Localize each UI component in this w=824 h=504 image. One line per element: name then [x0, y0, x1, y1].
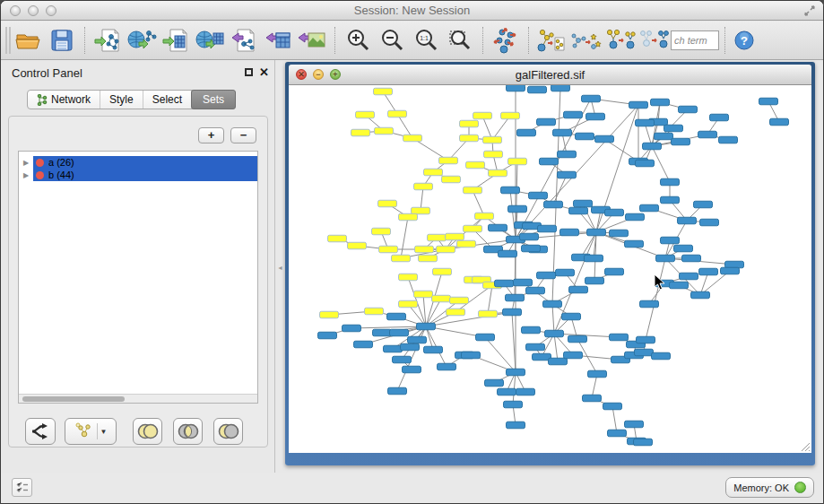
graph-node[interactable] [457, 240, 476, 248]
intersection-button[interactable] [173, 418, 203, 445]
graph-node[interactable] [356, 111, 375, 118]
resize-grip-icon[interactable] [800, 441, 811, 452]
remove-set-button[interactable]: − [230, 127, 256, 143]
window-titlebar[interactable]: Session: New Session [1, 1, 823, 21]
graph-node[interactable] [537, 118, 556, 126]
tab-select[interactable]: Select [143, 91, 192, 109]
graph-node[interactable] [517, 129, 536, 136]
new-network-selected-nodes-button[interactable] [603, 24, 637, 56]
network-canvas[interactable] [289, 85, 811, 453]
graph-node[interactable] [372, 228, 391, 235]
graph-edge[interactable] [553, 175, 567, 204]
graph-node[interactable] [725, 261, 744, 268]
graph-node[interactable] [484, 151, 503, 158]
graph-edge[interactable] [510, 190, 516, 239]
panel-splitter[interactable]: ◄ [275, 60, 285, 474]
graph-node[interactable] [489, 224, 507, 231]
graph-node[interactable] [374, 88, 393, 95]
dropdown-caret-icon[interactable]: ▼ [100, 428, 108, 436]
graph-node[interactable] [495, 280, 514, 287]
graph-node[interactable] [507, 369, 525, 376]
network-graph[interactable] [289, 85, 811, 453]
tab-network[interactable]: Network [28, 91, 100, 109]
graph-edge[interactable] [512, 312, 516, 372]
graph-node[interactable] [526, 343, 545, 351]
graph-node[interactable] [608, 430, 627, 437]
graph-node[interactable] [432, 295, 451, 302]
graph-node[interactable] [504, 401, 523, 408]
graph-node[interactable] [553, 129, 572, 136]
zoom-actual-size-button[interactable]: 1:1 [409, 24, 443, 56]
graph-node[interactable] [610, 230, 629, 237]
graph-node[interactable] [656, 255, 675, 262]
graph-node[interactable] [399, 274, 418, 281]
graph-node[interactable] [450, 297, 469, 304]
graph-node[interactable] [508, 205, 527, 213]
graph-node[interactable] [393, 356, 412, 363]
graph-edge[interactable] [488, 285, 492, 314]
graph-node[interactable] [529, 192, 548, 199]
graph-node[interactable] [403, 135, 422, 142]
graph-node[interactable] [587, 229, 606, 236]
graph-node[interactable] [522, 326, 541, 334]
graph-node[interactable] [516, 388, 535, 395]
collapse-arrow-icon[interactable]: ◄ [277, 265, 283, 271]
graph-node[interactable] [595, 135, 614, 143]
graph-node[interactable] [437, 246, 455, 253]
export-image-button[interactable] [295, 24, 329, 56]
graph-edge[interactable] [554, 334, 558, 361]
graph-node[interactable] [507, 421, 525, 429]
graph-node[interactable] [446, 233, 464, 240]
sets-list[interactable]: ▶ a (26) ▶ b (44) [18, 151, 258, 404]
graph-edge[interactable] [401, 217, 408, 258]
graph-node[interactable] [558, 151, 577, 158]
graph-node[interactable] [489, 169, 507, 177]
graph-node[interactable] [670, 282, 689, 289]
graph-node[interactable] [540, 158, 559, 165]
graph-node[interactable] [605, 209, 624, 216]
graph-node[interactable] [694, 201, 713, 208]
graph-node[interactable] [442, 176, 461, 183]
graph-node[interactable] [392, 255, 411, 262]
graph-node[interactable] [483, 136, 502, 143]
graph-node[interactable] [770, 118, 789, 126]
graph-node[interactable] [586, 113, 605, 120]
horizontal-scrollbar[interactable] [19, 394, 257, 403]
graph-edge[interactable] [473, 190, 484, 216]
import-table-database-button[interactable] [193, 24, 227, 56]
graph-node[interactable] [498, 388, 516, 395]
graph-edge[interactable] [552, 304, 554, 334]
search-input[interactable]: ch term [671, 30, 719, 50]
apply-layout-button[interactable] [489, 24, 523, 56]
graph-node[interactable] [318, 332, 337, 339]
expander-icon[interactable]: ▶ [19, 171, 33, 179]
graph-node[interactable] [625, 240, 644, 248]
graph-node[interactable] [636, 160, 655, 167]
graph-node[interactable] [538, 225, 557, 232]
graph-node[interactable] [574, 200, 593, 207]
tab-sets[interactable]: Sets [191, 90, 236, 109]
graph-node[interactable] [545, 330, 564, 337]
select-first-neighbors-button[interactable] [568, 24, 603, 56]
graph-node[interactable] [528, 86, 547, 93]
import-table-file-button[interactable] [159, 24, 193, 56]
graph-node[interactable] [522, 245, 541, 252]
graph-node[interactable] [414, 183, 433, 190]
graph-node[interactable] [399, 213, 418, 221]
graph-node[interactable] [464, 225, 482, 232]
graph-node[interactable] [610, 334, 629, 341]
graph-node[interactable] [351, 129, 370, 136]
import-network-database-button[interactable] [125, 24, 159, 56]
graph-node[interactable] [569, 207, 588, 214]
graph-node[interactable] [640, 204, 659, 212]
graph-node[interactable] [569, 286, 588, 293]
list-item[interactable]: ▶ a (26) [19, 156, 257, 169]
graph-node[interactable] [375, 127, 394, 135]
graph-node[interactable] [691, 291, 710, 299]
zoom-in-button[interactable] [341, 24, 375, 56]
graph-node[interactable] [501, 112, 520, 119]
graph-node[interactable] [625, 421, 644, 428]
graph-node[interactable] [460, 135, 479, 142]
graph-node[interactable] [674, 245, 693, 252]
graph-node[interactable] [379, 246, 398, 253]
